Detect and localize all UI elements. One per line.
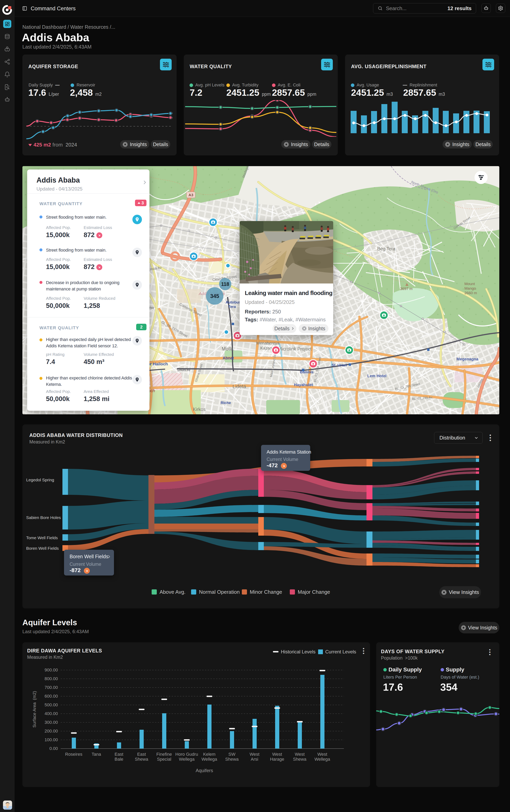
svg-text:Lem Hotel: Lem Hotel: [367, 374, 387, 378]
svg-text:A3: A3: [188, 193, 193, 197]
svg-text:West: West: [295, 752, 305, 757]
svg-text:Shewa: Shewa: [225, 757, 239, 762]
svg-text:Megenagna: Megenagna: [456, 357, 479, 361]
svg-text:Aquifers: Aquifers: [196, 768, 213, 773]
svg-text:600.00: 600.00: [44, 694, 58, 699]
svg-text:Finefine: Finefine: [156, 752, 172, 757]
svg-text:Horo Gudru: Horo Gudru: [175, 752, 198, 757]
svg-text:Wellega: Wellega: [179, 757, 194, 762]
svg-text:118: 118: [221, 281, 229, 287]
svg-text:Shewa: Shewa: [293, 757, 306, 762]
svg-text:Tera: Tera: [228, 304, 236, 309]
svg-text:Beg Tera: Beg Tera: [377, 246, 395, 251]
svg-text:700.00: 700.00: [44, 685, 58, 690]
svg-text:Mount: Mount: [464, 282, 475, 286]
svg-text:St. Urael: St. Urael: [332, 363, 347, 367]
svg-text:100.00: 100.00: [44, 737, 58, 742]
svg-text:East: East: [115, 752, 123, 757]
svg-text:Shewa: Shewa: [135, 757, 148, 762]
svg-text:Kelem: Kelem: [203, 752, 215, 757]
svg-text:Wellega: Wellega: [314, 757, 330, 762]
svg-text:Smuts Av: Smuts Av: [177, 368, 190, 372]
svg-text:West: West: [249, 752, 260, 757]
svg-text:Microlink Project: Microlink Project: [278, 346, 311, 351]
svg-text:Hayahulet: Hayahulet: [294, 383, 313, 387]
svg-text:Lideta: Lideta: [233, 384, 246, 389]
svg-text:Arsi: Arsi: [251, 757, 258, 762]
svg-text:Special: Special: [157, 757, 171, 762]
svg-text:Menahereya: Menahereya: [256, 341, 279, 345]
svg-text:Bale: Bale: [115, 757, 123, 762]
svg-text:800.00: 800.00: [44, 676, 58, 681]
svg-text:2697 m: 2697 m: [400, 287, 413, 291]
svg-text:West: West: [317, 752, 327, 757]
svg-text:Riche: Riche: [220, 401, 231, 405]
svg-text:300.00: 300.00: [44, 720, 58, 725]
svg-text:Kazan: Kazan: [260, 346, 272, 350]
svg-text:Tana: Tana: [92, 752, 101, 757]
svg-text:Kirkos: Kirkos: [193, 407, 206, 412]
svg-text:500.00: 500.00: [44, 702, 58, 707]
svg-text:Roseires: Roseires: [65, 752, 83, 757]
svg-text:Surface Area (m2): Surface Area (m2): [32, 691, 37, 728]
svg-text:2660 m: 2660 m: [464, 291, 477, 295]
svg-text:West: West: [272, 752, 282, 757]
svg-text:0.00: 0.00: [49, 746, 58, 751]
svg-text:Mango: Mango: [464, 286, 476, 290]
svg-text:200.00: 200.00: [44, 728, 58, 733]
svg-text:900.00: 900.00: [44, 667, 58, 672]
svg-text:Harage: Harage: [270, 757, 284, 762]
svg-text:Bambis: Bambis: [300, 370, 313, 374]
svg-text:Wellega: Wellega: [201, 757, 217, 762]
svg-text:400.00: 400.00: [44, 711, 58, 716]
svg-text:Molla: Molla: [221, 346, 234, 351]
svg-text:Abnet: Abnet: [222, 356, 234, 360]
svg-text:East: East: [137, 752, 146, 757]
svg-text:SW: SW: [228, 752, 236, 757]
svg-text:Autobus: Autobus: [226, 300, 241, 304]
svg-text:345: 345: [210, 293, 219, 299]
